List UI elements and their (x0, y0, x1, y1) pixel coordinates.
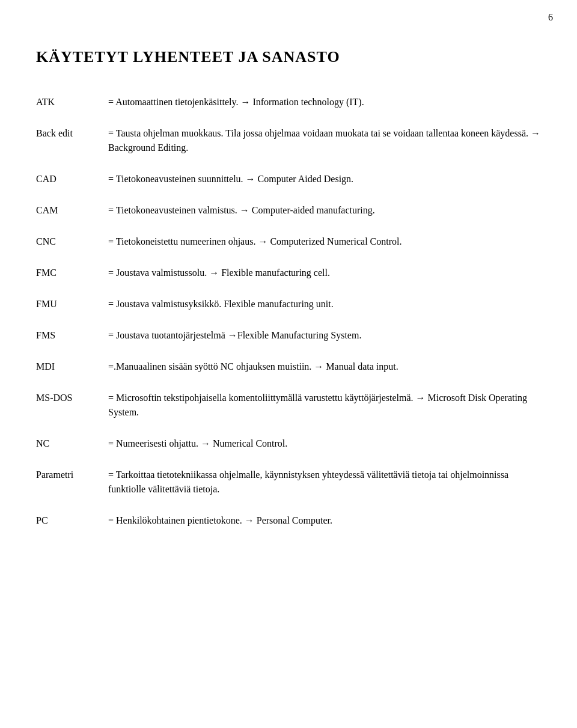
glossary-row: Parametri= Tarkoittaa tietotekniikassa o… (36, 468, 541, 513)
glossary-row: NC= Numeerisesti ohjattu. → Numerical Co… (36, 436, 541, 468)
glossary-definition: = Tausta ohjelman muokkaus. Tila jossa o… (108, 126, 541, 172)
glossary-definition: = Joustava valmistussolu. → Flexible man… (108, 266, 541, 297)
page-number: 6 (548, 12, 553, 23)
glossary-definition: = Tietokoneavusteinen valmistus. → Compu… (108, 203, 541, 234)
glossary-row: MDI=.Manuaalinen sisään syöttö NC ohjauk… (36, 359, 541, 391)
glossary-definition: = Tarkoittaa tietotekniikassa ohjelmalle… (108, 468, 541, 513)
glossary-term: CNC (36, 234, 108, 266)
glossary-row: MS-DOS= Microsoftin tekstipohjaisella ko… (36, 391, 541, 436)
glossary-term: Parametri (36, 468, 108, 513)
glossary-row: ATK= Automaattinen tietojenkäsittely. → … (36, 95, 541, 126)
glossary-definition: = Automaattinen tietojenkäsittely. → Inf… (108, 95, 541, 126)
glossary-definition: = Tietokoneavusteinen suunnittelu. → Com… (108, 172, 541, 203)
glossary-term: MDI (36, 359, 108, 391)
glossary-definition: = Joustava valmistusyksikkö. Flexible ma… (108, 297, 541, 328)
glossary-row: FMC= Joustava valmistussolu. → Flexible … (36, 266, 541, 297)
glossary-definition: =.Manuaalinen sisään syöttö NC ohjauksen… (108, 359, 541, 391)
glossary-definition: = Tietokoneistettu numeerinen ohjaus. → … (108, 234, 541, 266)
page-title: KÄYTETYT LYHENTEET JA SANASTO (36, 48, 541, 66)
glossary-row: CAM= Tietokoneavusteinen valmistus. → Co… (36, 203, 541, 234)
glossary-row: Back edit= Tausta ohjelman muokkaus. Til… (36, 126, 541, 172)
glossary-row: CNC= Tietokoneistettu numeerinen ohjaus.… (36, 234, 541, 266)
glossary-definition: = Microsoftin tekstipohjaisella komentol… (108, 391, 541, 436)
glossary-row: CAD= Tietokoneavusteinen suunnittelu. → … (36, 172, 541, 203)
glossary-term: PC (36, 513, 108, 545)
glossary-row: PC= Henkilökohtainen pientietokone. → Pe… (36, 513, 541, 545)
glossary-definition: = Numeerisesti ohjattu. → Numerical Cont… (108, 436, 541, 468)
glossary-table: ATK= Automaattinen tietojenkäsittely. → … (36, 95, 541, 545)
glossary-row: FMU= Joustava valmistusyksikkö. Flexible… (36, 297, 541, 328)
glossary-term: FMS (36, 328, 108, 359)
glossary-term: FMC (36, 266, 108, 297)
glossary-term: ATK (36, 95, 108, 126)
glossary-term: FMU (36, 297, 108, 328)
glossary-term: MS-DOS (36, 391, 108, 436)
glossary-term: NC (36, 436, 108, 468)
glossary-term: Back edit (36, 126, 108, 172)
glossary-definition: = Joustava tuotantojärjestelmä →Flexible… (108, 328, 541, 359)
glossary-term: CAD (36, 172, 108, 203)
glossary-definition: = Henkilökohtainen pientietokone. → Pers… (108, 513, 541, 545)
glossary-term: CAM (36, 203, 108, 234)
glossary-row: FMS= Joustava tuotantojärjestelmä →Flexi… (36, 328, 541, 359)
